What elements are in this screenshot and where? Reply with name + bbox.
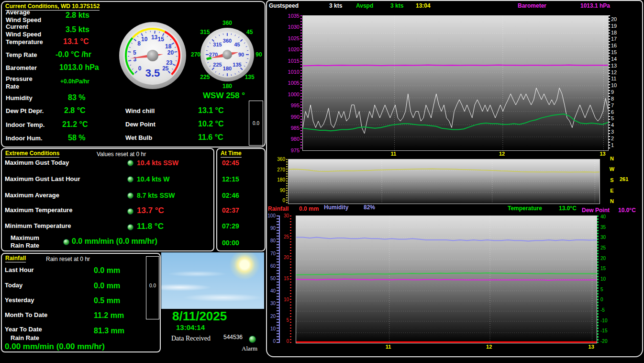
at-time-value: 02:45 [222,159,239,167]
svg-text:0: 0 [138,65,142,72]
cur-wind-label: Current Wind Speed [6,23,41,38]
axis-tick-label: 7 [611,103,614,108]
data-received-count: 544536 [223,334,243,340]
wind-direction-compass[interactable]: 3604590135180225270315360459013518022527… [187,14,268,95]
svg-text:15: 15 [158,36,165,43]
cur-wind-value: 3.5 kts [66,25,89,34]
rainfall-legend-label: Rainfall [268,205,289,212]
max-average-value: 8.7 kts SSW [137,192,175,199]
windspeed-axis-ticks [609,15,610,150]
svg-text:90: 90 [255,51,262,58]
temp-rate-label: Temp Rate [6,51,37,59]
svg-text:180: 180 [222,83,232,90]
dewpt-depr-label: Dew Pt Depr. [6,107,44,115]
hour-tick-label: 13 [588,344,594,350]
axis-tick-label: N [610,199,614,204]
wind-direction-chart[interactable] [288,159,600,204]
alarm-label: Alarm [242,345,257,352]
svg-text:315: 315 [213,42,222,47]
hour-tick-label: 13 [600,151,605,157]
axis-tick-label: 10 [611,83,617,88]
axis-tick-label: 5 [286,318,289,323]
pressure-rate-label: Pressure Rate [6,75,33,90]
barometer-header-value: 1013.1 hPa [580,2,610,9]
rain-reset-note: Rain reset at 0 hr [46,256,90,262]
data-received-label: Data Received [171,335,211,342]
year-to-date-label: Year To Date [5,326,42,333]
axis-tick-label: 12 [611,70,617,75]
axis-tick-label: 40 [270,289,276,294]
temperature-value: 13.1 °C [63,37,89,46]
gustspeed-chart[interactable] [302,15,609,151]
max-gust-today-label: Maximum Gust Today [5,159,69,167]
axis-tick-label: 10 [284,297,289,302]
axis-tick-label: 20 [600,256,606,261]
indoor-hum-label: Indoor Hum. [6,135,43,142]
axis-tick-label: 50 [270,276,276,281]
svg-text:10: 10 [141,36,148,43]
axis-tick-label: 17 [611,36,617,42]
axis-tick-label: -15 [600,329,607,333]
wind-chill-label: Wind chill [125,107,155,115]
multi-series-chart[interactable] [296,216,597,343]
wind-speed-gauge[interactable]: 0358101315182023253.5 [117,20,189,91]
indoor-temp-label: Indoor Temp. [6,121,44,129]
axis-tick-label: 0 [286,339,289,344]
status-led [127,193,133,199]
temperature-legend-label: Temperature [508,205,542,212]
axis-tick-label: 360 [277,157,285,162]
current-direction-value: 261 [620,176,628,182]
time-display: 13:04:14 [176,323,205,331]
axis-tick-label: 2 [611,136,614,141]
at-time-panel: At Time 02:45 12:15 02:46 02:37 07:29 00… [216,148,266,251]
status-led [63,239,69,245]
rainfall-panel: Rainfall Rain reset at 0 hr Last Hour 0.… [1,253,161,352]
max-temperature-label: Maximum Temperature [5,206,72,214]
axis-tick-label: 11 [611,76,616,81]
axis-tick-label: 19 [611,23,617,29]
axis-tick-label: 180 [277,178,285,182]
axis-tick-label: E [610,188,613,193]
axis-tick-label: 100 [267,214,276,218]
status-led [127,224,133,230]
axis-tick-label: 1030 [288,24,300,30]
avg-wind-label: Average Wind Speed [6,9,41,23]
axis-tick-label: 30 [600,235,606,240]
gustspeed-header-value: 3 kts [329,2,342,9]
dew-point-label: Dew Point [125,121,155,128]
axis-tick-label: 980 [291,136,300,142]
extreme-conditions-panel: Extreme Conditions Values reset at 0 hr … [1,148,214,251]
rain-rate-label: Rain Rate [11,334,39,342]
svg-text:20: 20 [167,49,174,56]
axis-tick-label: 0 [273,339,276,344]
dewpoint-legend-label: Dew Point [582,207,610,214]
sky-condition-image[interactable] [161,252,264,309]
axis-tick-label: 15 [611,50,617,55]
axis-tick-label: 5 [611,116,614,121]
rain-gauge-bar: 0.0 [146,256,159,319]
svg-text:45: 45 [234,42,240,47]
hour-tick-label: 11 [390,151,396,157]
humidity-axis-ticks [277,216,280,343]
today-label: Today [5,282,22,289]
axis-tick-label: 1000 [288,92,300,97]
avspd-header-label: Avspd [356,2,373,9]
axis-tick-label: 975 [291,148,300,153]
indoor-temp-value: 21.2 °C [62,120,88,129]
axis-tick-label: 6 [611,110,614,115]
axis-tick-label: 0 [600,297,603,302]
rain-axis-ticks [290,216,291,343]
last-hour-value: 0.0 mm [94,266,120,275]
at-time-value: 02:46 [222,192,239,199]
avg-wind-value: 2.8 kts [66,11,89,20]
axis-tick-label: 0 [282,198,285,203]
svg-text:315: 315 [200,29,210,35]
axis-tick-label: 60 [270,264,276,269]
last-hour-label: Last Hour [5,266,34,274]
svg-text:225: 225 [200,74,210,80]
gustspeed-header-label: Gustspeed [269,2,299,9]
at-time-value: 12:15 [222,175,239,183]
axis-tick-label: 990 [291,114,300,120]
wind-direction-text: WSW 258 ° [203,91,245,101]
svg-text:180: 180 [223,66,232,71]
